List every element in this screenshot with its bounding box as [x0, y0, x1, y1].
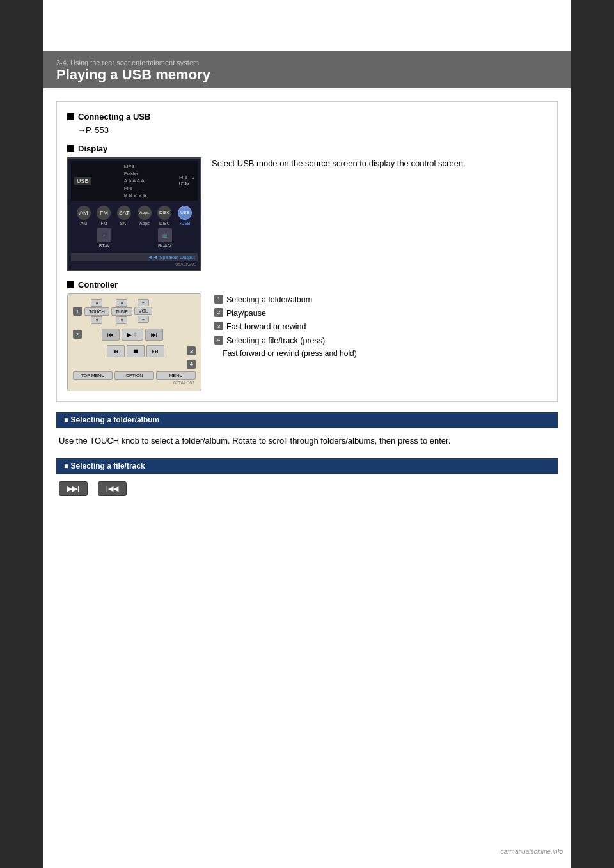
ctrl-info-item-2: 2 Play/pause: [214, 307, 547, 320]
controller-square-icon: [67, 281, 74, 288]
fm-icon: FM: [97, 206, 111, 220]
sat-icon-item: SAT SAT: [117, 206, 131, 226]
disc-icon-item: DISC DISC: [157, 206, 171, 226]
ctrl-playback-area: ⏮ ▶⏸ ⏭: [84, 327, 180, 343]
fm-icon-item: FM FM: [97, 206, 111, 226]
tune-btn[interactable]: TUNE: [111, 307, 132, 316]
display-square-icon: [67, 145, 74, 152]
controller-heading: Controller: [78, 280, 118, 290]
topmenu-btn[interactable]: TOP MENU: [73, 371, 113, 380]
display-header: Display: [67, 144, 547, 153]
usb-icon-item: USB •USB: [178, 206, 192, 226]
bottom-ctrl-row: TOP MENU OPTION MENU: [73, 371, 196, 380]
skip-forward-label: ▶▶|: [67, 484, 79, 493]
connecting-heading: Connecting a USB: [78, 112, 150, 121]
left-sidebar: [0, 0, 43, 868]
connecting-section: Connecting a USB →P. 553: [67, 112, 547, 135]
controller-mockup: 1 ∧ TOUCH ∨ ∧ TUNE ∨: [67, 293, 201, 391]
controller-row: 1 ∧ TOUCH ∨ ∧ TUNE ∨: [67, 293, 547, 391]
controller-header: Controller: [67, 280, 547, 290]
touch-down-btn[interactable]: ∨: [91, 316, 102, 324]
apps-icon-item: Apps Apps: [138, 206, 152, 226]
ctrl-row-3: ⏮ ⏹ ⏭ 3: [73, 344, 196, 359]
vol-plus-btn[interactable]: +: [138, 299, 149, 306]
ctrl-row-2: 2 ⏮ ▶⏸ ⏭: [73, 327, 196, 343]
am-icon-item: AM AM: [77, 206, 91, 226]
usb-screen-top: USB MP3 Folder A A A A A File B B B B B …: [71, 161, 198, 201]
header-title: Playing a USB memory: [56, 66, 558, 83]
ctrl-group-1: ∧ TOUCH ∨ ∧ TUNE ∨ +: [84, 299, 152, 324]
ctrl-tune-group: ∧ TUNE ∨: [111, 299, 132, 324]
ctrl-num-2: 2: [73, 330, 82, 339]
main-content-box: Connecting a USB →P. 553 Display USB: [56, 101, 558, 402]
ctrl-text-2: Play/pause: [226, 307, 547, 320]
ctrl-info-item-3: 3 Fast forward or rewind: [214, 320, 547, 334]
folder-label: Folder A A A A A: [124, 170, 147, 184]
mp3-label: MP3: [124, 163, 147, 170]
ctrl-text-3: Fast forward or rewind: [226, 320, 547, 334]
header-subtitle: 3-4. Using the rear seat entertainment s…: [56, 59, 558, 66]
controller-section: Controller 1 ∧ TOUCH ∨: [67, 280, 547, 391]
ctrl-info-item-4: 4 Selecting a file/track (press): [214, 334, 547, 348]
ctrl-touch-group: ∧ TOUCH ∨: [84, 299, 109, 324]
ctrl-info-item-1: 1 Selecting a folder/album: [214, 293, 547, 307]
usb-active-icon: USB: [178, 206, 192, 220]
second-row-icons: ♪ BT-A 📺 Rr-A/V: [71, 228, 198, 252]
screen-id: 05ALK300: [71, 261, 198, 267]
controller-info: 1 Selecting a folder/album 2 Play/pause …: [214, 293, 547, 359]
skip-forward-btn[interactable]: ⏭: [146, 345, 164, 357]
connecting-header: Connecting a USB: [67, 112, 547, 121]
connecting-ref: →P. 553: [77, 125, 547, 135]
playback-row: ⏮ ▶⏸ ⏭: [84, 329, 180, 341]
option-btn[interactable]: OPTION: [114, 371, 154, 380]
header-section: 3-4. Using the rear seat entertainment s…: [43, 51, 571, 88]
skip-back-btn[interactable]: ⏮: [107, 345, 125, 357]
section-square-icon: [67, 113, 74, 120]
apps-label: Apps: [139, 221, 150, 226]
apps-icon: Apps: [138, 206, 152, 220]
skip-back-button[interactable]: |◀◀: [98, 481, 127, 496]
file-label: File B B B B B: [124, 185, 147, 199]
usb-screen-mockup: USB MP3 Folder A A A A A File B B B B B …: [67, 157, 201, 271]
right-sidebar: [571, 0, 614, 868]
ctrl-text-1: Selecting a folder/album: [226, 293, 547, 307]
tune-up-btn[interactable]: ∧: [116, 299, 127, 307]
ctrl-sub-text-4b: Fast forward or rewind (press and hold): [214, 348, 547, 359]
section1-title: ■ Selecting a folder/album: [64, 415, 159, 424]
ctrl-vol-group: + VOL −: [134, 299, 152, 324]
ctrl-row-4-label: 4: [73, 360, 196, 369]
usb-label: USB: [74, 177, 91, 185]
ctrl-badge-3: 3: [214, 322, 223, 330]
tune-down-btn[interactable]: ∨: [116, 316, 127, 324]
menu-btn[interactable]: MENU: [156, 371, 196, 380]
sat-icon: SAT: [117, 206, 131, 220]
blue-section-2: ■ Selecting a file/track: [56, 458, 558, 474]
watermark: carmanualsonline.info: [501, 848, 563, 855]
usb-icons-row: AM AM FM FM SAT SAT: [71, 201, 198, 228]
fast-forward-btn[interactable]: ⏭: [145, 329, 163, 341]
ctrl-badge-2: 2: [214, 308, 223, 317]
transport-row: ⏮ ⏹ ⏭: [86, 345, 184, 357]
section1-body: Use the TOUCH knob to select a folder/al…: [56, 434, 558, 448]
display-row: USB MP3 Folder A A A A A File B B B B B …: [67, 157, 547, 271]
touch-up-btn[interactable]: ∧: [91, 299, 102, 307]
touch-btn[interactable]: TOUCH: [84, 307, 109, 316]
disc-icon: DISC: [157, 206, 171, 220]
play-pause-btn[interactable]: ▶⏸: [122, 329, 143, 341]
rear-av-icon-item: 📺 Rr-A/V: [158, 228, 172, 248]
bta-icon-item: ♪ BT-A: [97, 228, 111, 248]
rear-av-icon: 📺: [158, 228, 172, 242]
sat-label: SAT: [120, 221, 129, 226]
display-section: Display USB MP3 Folder A A A A A File B …: [67, 144, 547, 271]
ctrl-row-1: 1 ∧ TOUCH ∨ ∧ TUNE ∨: [73, 299, 196, 324]
ctrl-screen-id: 05TALC02: [73, 380, 196, 385]
bta-icon: ♪: [97, 228, 111, 242]
ctrl-num-1: 1: [73, 307, 82, 316]
vol-minus-btn[interactable]: −: [138, 316, 149, 323]
ctrl-badge-1: 1: [214, 295, 223, 304]
ctrl-num-4: 4: [187, 360, 196, 369]
skip-forward-button[interactable]: ▶▶|: [59, 481, 88, 496]
vol-btn[interactable]: VOL: [134, 307, 152, 315]
stop-btn[interactable]: ⏹: [127, 345, 145, 357]
rewind-btn[interactable]: ⏮: [102, 329, 120, 341]
